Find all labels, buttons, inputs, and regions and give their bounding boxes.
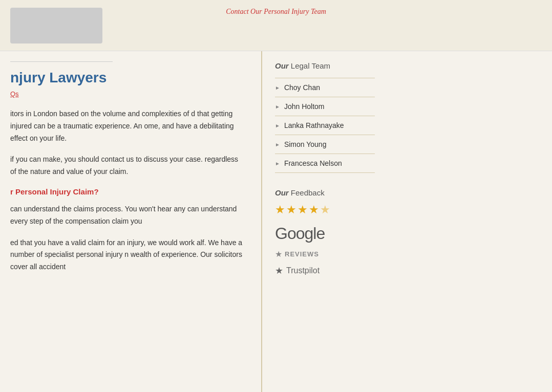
team-name-3: Lanka Rathnayake <box>284 121 344 129</box>
section-heading: r Personal Injury Claim? <box>10 187 246 196</box>
body-paragraph-1: itors in London based on the volume and … <box>10 108 246 144</box>
team-name-5: Francesca Nelson <box>284 159 342 167</box>
trustpilot-star-icon: ★ <box>275 265 283 276</box>
team-member-john-holtom[interactable]: ► John Holtom <box>275 97 375 116</box>
team-arrow-5: ► <box>275 161 280 166</box>
team-arrow-3: ► <box>275 123 280 128</box>
body-paragraph-3: can understand the claims process. You w… <box>10 203 246 228</box>
left-column: njury Lawyers Qs itors in London based o… <box>0 51 261 392</box>
reviews-star-icon: ★ <box>275 249 282 259</box>
star-rating: ★ ★ ★ ★ ★ <box>275 203 375 216</box>
team-name-1: Choy Chan <box>284 83 320 92</box>
top-divider <box>10 61 113 62</box>
team-member-simon-young[interactable]: ► Simon Young <box>275 135 375 154</box>
team-member-francesca-nelson[interactable]: ► Francesca Nelson <box>275 154 375 173</box>
sub-link[interactable]: Qs <box>10 90 246 98</box>
star-1: ★ <box>275 203 285 216</box>
star-2: ★ <box>286 203 296 216</box>
main-layout: njury Lawyers Qs itors in London based o… <box>0 51 552 392</box>
top-contact-link[interactable]: Contact Our Personal Injury Team <box>226 8 326 16</box>
team-name-4: Simon Young <box>284 140 327 148</box>
feedback-title: Our Feedback <box>275 188 375 197</box>
trustpilot-badge: ★ Trustpilot <box>275 265 375 276</box>
legal-team-title: Our Legal Team <box>275 61 375 70</box>
team-arrow-4: ► <box>275 142 280 147</box>
team-arrow-2: ► <box>275 104 280 110</box>
body-paragraph-2: if you can make, you should contact us t… <box>10 154 246 178</box>
team-arrow-1: ► <box>275 85 280 91</box>
star-3: ★ <box>298 203 308 216</box>
top-bar: Contact Our Personal Injury Team <box>0 0 552 51</box>
reviews-badge: ★ REVIEWS <box>275 249 375 259</box>
page-title: njury Lawyers <box>10 70 246 86</box>
star-4: ★ <box>309 203 319 216</box>
feedback-section: Our Feedback ★ ★ ★ ★ ★ Google ★ REVIEWS … <box>275 188 375 276</box>
star-5-half: ★ <box>320 203 330 216</box>
team-name-2: John Holtom <box>284 102 325 111</box>
google-logo: Google <box>275 224 375 243</box>
team-list: ► Choy Chan ► John Holtom ► Lanka Rathna… <box>275 78 375 173</box>
reviews-text: REVIEWS <box>285 250 319 258</box>
team-member-choy-chan[interactable]: ► Choy Chan <box>275 78 375 97</box>
logo <box>10 8 102 43</box>
body-paragraph-4: ed that you have a valid claim for an in… <box>10 237 246 273</box>
team-member-lanka-rathnayake[interactable]: ► Lanka Rathnayake <box>275 116 375 135</box>
google-text: Google <box>275 224 325 243</box>
right-column: Our Legal Team ► Choy Chan ► John Holtom… <box>262 51 385 392</box>
trustpilot-text: Trustpilot <box>286 266 320 275</box>
